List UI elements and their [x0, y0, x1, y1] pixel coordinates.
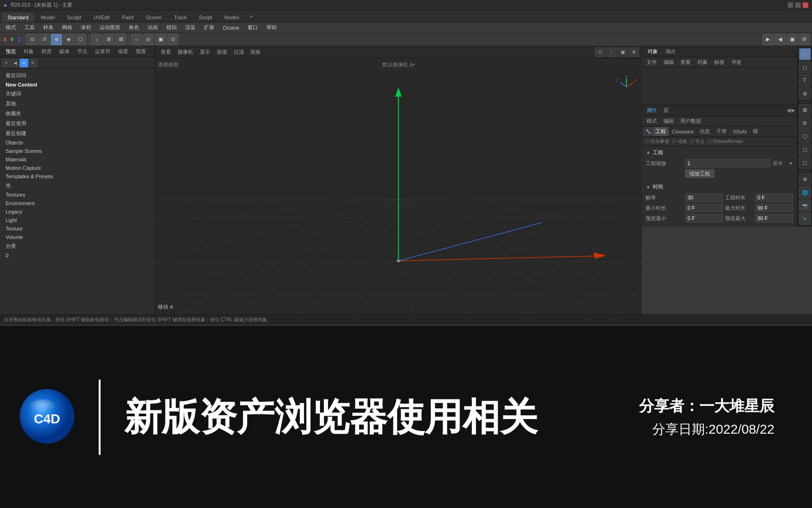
sidebar-tab-node[interactable]: 节点 — [73, 47, 91, 56]
menu-simulate[interactable]: 模拟 — [163, 23, 180, 32]
menu-mesh[interactable]: 网格 — [58, 23, 76, 32]
tool-btn-5[interactable]: ⬡ — [75, 34, 86, 45]
menu-mograph[interactable]: 运动图形 — [96, 23, 124, 32]
icon-text-btn[interactable]: T — [799, 74, 811, 87]
add-tab-button[interactable]: + — [246, 12, 257, 22]
tab-track[interactable]: Track — [168, 13, 192, 22]
asset-edit-btn[interactable]: ✎ — [29, 59, 37, 67]
tab-standard[interactable]: Standard — [2, 13, 34, 22]
icon-cube-btn[interactable]: ◻ — [799, 61, 811, 73]
icon-cam2-btn[interactable]: 📷 — [799, 199, 811, 212]
render-btn-3[interactable]: ▣ — [787, 34, 798, 45]
menu-animate[interactable]: 动画 — [144, 23, 162, 32]
sidebar-tab-media[interactable]: 媒体 — [55, 47, 73, 56]
close-button[interactable]: ✕ — [803, 2, 808, 8]
vp-ctrl-3[interactable]: ▣ — [617, 48, 628, 57]
asset-menu-btn[interactable]: ≡ — [2, 59, 10, 67]
tool-btn-8[interactable]: ⊠ — [115, 34, 126, 45]
prop-value-prevmin[interactable]: 0 F — [685, 214, 723, 222]
tool-btn-4[interactable]: ◈ — [63, 34, 74, 45]
prop-sub-cineware[interactable]: Cineware — [669, 128, 696, 135]
prop-filter-checkbox-3[interactable]: ☐ 节点 — [690, 138, 705, 145]
tab-model[interactable]: Model — [35, 13, 61, 22]
right-menu-file[interactable]: 文件 — [644, 58, 660, 67]
tab-paint[interactable]: Paint — [116, 13, 139, 22]
asset-item-volume[interactable]: Volume — [0, 233, 155, 241]
maximize-button[interactable]: □ — [795, 2, 801, 8]
prop-mode-edit[interactable]: 编辑 — [661, 117, 677, 126]
prop-scale-button[interactable]: 缩放工程 — [685, 169, 714, 178]
right-menu-tag[interactable]: 标签 — [711, 58, 727, 67]
prop-value-framerate[interactable]: 30 — [685, 193, 723, 202]
asset-item-motion-capture[interactable]: Motion Capture — [0, 164, 155, 172]
prop-filter-checkbox-1[interactable]: ☐ 待办事项 — [645, 138, 669, 145]
prop-filter-checkbox-4[interactable]: ☐ OctaneRender — [707, 139, 743, 144]
asset-item-recent-use[interactable]: 最近使用 — [0, 119, 155, 128]
tool-btn-12[interactable]: ⊙ — [167, 34, 179, 45]
asset-item-light2[interactable]: Light — [0, 216, 155, 224]
icon-globe-btn[interactable]: 🌐 — [799, 186, 811, 198]
menu-extend[interactable]: 扩展 — [200, 23, 218, 32]
vp-camera-btn[interactable]: 摄像机 — [175, 48, 196, 56]
icon-field-btn[interactable]: ⬡ — [799, 130, 811, 143]
tool-btn-1[interactable]: ⊙ — [26, 34, 38, 45]
right-menu-edit[interactable]: 编辑 — [661, 58, 677, 67]
prop-sub-info[interactable]: 信息 — [697, 127, 713, 136]
tab-sculpt[interactable]: Sculpt — [62, 13, 87, 22]
sidebar-tab-material[interactable]: 材质 — [38, 47, 55, 56]
center-viewport[interactable]: 透视视图 默认摄像机 ∆• — [155, 58, 642, 315]
icon-script-btn[interactable]: ✎ — [799, 213, 811, 225]
prop-value-scale[interactable]: 1 — [685, 159, 771, 167]
icon-object-btn[interactable]: ◻ — [799, 48, 811, 60]
prop-value-minlen[interactable]: 0 F — [685, 204, 723, 212]
tool-btn-10[interactable]: ◎ — [143, 34, 154, 45]
prop-unit-dropdown[interactable]: ▼ — [789, 161, 793, 166]
menu-octane[interactable]: Octane — [219, 24, 243, 32]
tab-uvedit[interactable]: UVEdit — [88, 13, 115, 22]
asset-prev-btn[interactable]: ◀ — [11, 59, 19, 67]
asset-item-other[interactable]: 其他 — [0, 99, 155, 109]
icon-deform-btn[interactable]: ⚙ — [799, 117, 811, 129]
prop-sub-xrefs[interactable]: XRefs — [730, 128, 750, 135]
asset-item-legacy[interactable]: Legacy — [0, 207, 155, 216]
asset-item-objects[interactable]: Objects — [0, 138, 155, 147]
prop-tab-attr[interactable]: 属性 — [644, 105, 660, 115]
sidebar-tab-scene[interactable]: 场景 — [114, 47, 132, 56]
asset-item-materials[interactable]: Materials — [0, 155, 155, 164]
prop-sub-bullet[interactable]: 子弹 — [713, 127, 729, 136]
prop-mode-user[interactable]: 用户数据 — [678, 117, 704, 126]
icon-gen-btn[interactable]: ✿ — [799, 104, 811, 116]
menu-character[interactable]: 角色 — [125, 23, 143, 32]
prop-nav-forward[interactable]: ▶ — [791, 107, 795, 113]
sidebar-tab-preview[interactable]: 预览 — [2, 47, 20, 56]
asset-item-0[interactable]: 0 — [0, 251, 155, 260]
prop-mode-mode[interactable]: 模式 — [644, 117, 660, 126]
asset-item-favorites[interactable]: 收藏夹 — [0, 109, 155, 119]
asset-item-light[interactable]: 光 — [0, 181, 155, 190]
vp-filter-btn[interactable]: 过滤 — [231, 48, 247, 56]
render-btn-2[interactable]: ◀ — [774, 34, 786, 45]
prop-value-maxlen[interactable]: 90 F — [755, 204, 793, 212]
prop-tab-layer[interactable]: 层 — [661, 105, 671, 115]
menu-volume[interactable]: 体积 — [77, 23, 95, 32]
vp-view-btn[interactable]: 查看 — [158, 48, 174, 56]
right-menu-bookmark[interactable]: 书签 — [728, 58, 744, 67]
asset-item-sample-scenes[interactable]: Sample Scenes — [0, 147, 155, 155]
prop-value-projlen[interactable]: 0 F — [755, 193, 793, 202]
minimize-button[interactable]: ─ — [788, 2, 793, 8]
tool-btn-11[interactable]: ▣ — [155, 34, 166, 45]
vp-display-btn[interactable]: 显示 — [197, 48, 213, 56]
asset-item-textures[interactable]: Textures — [0, 190, 155, 199]
asset-item-keyword[interactable]: 关键词 — [0, 89, 155, 99]
tab-script[interactable]: Script — [193, 13, 218, 22]
prop-filter-checkbox-2[interactable]: ☐ 动画 — [672, 138, 687, 145]
menu-window[interactable]: 窗口 — [244, 23, 262, 32]
vp-ctrl-4[interactable]: ⊕ — [629, 48, 639, 57]
menu-mode[interactable]: 模式 — [2, 23, 20, 32]
asset-home-btn[interactable]: ⊙ — [20, 59, 28, 67]
tool-btn-7[interactable]: ⊞ — [103, 34, 114, 45]
vp-panel-btn[interactable]: 面板 — [248, 48, 264, 56]
right-tab-scene[interactable]: 场次 — [662, 46, 679, 57]
vp-ctrl-1[interactable]: ⊙ — [595, 48, 605, 57]
sidebar-tab-operator[interactable]: 运算符 — [91, 47, 114, 56]
